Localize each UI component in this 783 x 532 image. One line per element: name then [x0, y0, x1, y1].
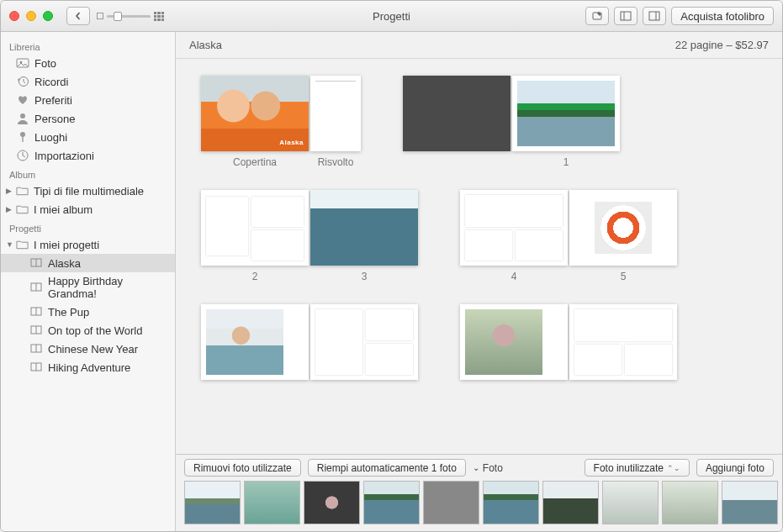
sidebar-item-label: Tipi di file multimediale — [34, 185, 144, 198]
book-pages-scroll[interactable]: Alaska Copertina Risvolto — [176, 59, 782, 454]
cover-title-overlay: Alaska — [279, 139, 304, 146]
spread-0-1[interactable]: 1 — [403, 76, 620, 168]
sidebar-item-label: The Pup — [48, 306, 89, 319]
zoom-slider[interactable] — [97, 12, 164, 21]
tray-photos-toggle[interactable]: ⌄ Foto — [473, 462, 503, 474]
sidebar-project-world[interactable]: On top of the World — [1, 321, 175, 340]
sidebar-item-imports[interactable]: Importazioni — [1, 146, 175, 165]
sidebar-project-alaska[interactable]: Alaska — [1, 254, 175, 272]
page-4[interactable] — [460, 190, 568, 266]
page-label — [403, 156, 511, 168]
tray-thumbnail-strip[interactable] — [176, 481, 782, 531]
buy-book-button[interactable]: Acquista fotolibro — [671, 7, 774, 25]
sidebar-project-pup[interactable]: The Pup — [1, 303, 175, 321]
page-label: 5 — [569, 271, 677, 282]
page-5[interactable] — [569, 190, 677, 266]
tray-thumbnail[interactable] — [722, 481, 778, 524]
tray-thumbnail[interactable] — [304, 481, 360, 524]
titlebar: Progetti Acquista fotolibro — [1, 1, 782, 32]
layout-toggle-button[interactable] — [614, 7, 638, 25]
autofill-button[interactable]: Riempi automaticamente 1 foto — [308, 459, 466, 477]
sidebar: Libreria Foto Ricordi Preferiti Persone … — [1, 32, 176, 531]
spread-6-7[interactable] — [201, 304, 418, 380]
photos-icon — [16, 56, 29, 70]
svg-rect-1 — [621, 12, 631, 20]
sidebar-item-my-albums[interactable]: ▶ I miei album — [1, 200, 175, 219]
book-icon — [29, 324, 43, 337]
sidebar-section-albums: Album — [1, 165, 175, 182]
sidebar-item-people[interactable]: Persone — [1, 109, 175, 128]
spread-2-3[interactable]: 2 3 — [201, 190, 418, 282]
photo-tray: Rimuovi foto utilizzate Riempi automatic… — [176, 454, 782, 531]
back-button[interactable] — [66, 7, 90, 25]
options-panel-button[interactable] — [643, 7, 666, 25]
sidebar-item-my-projects[interactable]: ▼ I miei progetti — [1, 235, 175, 254]
sidebar-item-label: Persone — [34, 113, 75, 125]
book-icon — [29, 342, 43, 356]
disclosure-triangle-icon[interactable]: ▶ — [6, 187, 12, 195]
book-page-count: 22 pagine – $52.97 — [675, 39, 769, 51]
folder-icon — [15, 184, 29, 198]
tray-photos-label: Foto — [483, 462, 503, 474]
disclosure-triangle-icon[interactable]: ▼ — [6, 240, 12, 249]
tray-thumbnail[interactable] — [602, 481, 659, 524]
svg-rect-3 — [649, 12, 659, 20]
sidebar-item-label: On top of the World — [48, 324, 143, 337]
sidebar-item-label: I miei progetti — [34, 239, 99, 251]
page-1[interactable] — [512, 76, 620, 151]
page-cover[interactable]: Alaska — [201, 76, 309, 151]
minimize-window-button[interactable] — [26, 11, 36, 21]
tray-thumbnail[interactable] — [423, 481, 479, 524]
spread-cover[interactable]: Alaska Copertina Risvolto — [201, 76, 361, 168]
person-icon — [16, 112, 29, 125]
tray-thumbnail[interactable] — [542, 481, 599, 524]
tray-thumbnail[interactable] — [363, 481, 420, 524]
sidebar-project-hiking[interactable]: Hiking Adventure — [1, 358, 175, 377]
page-flap[interactable] — [310, 76, 361, 151]
page-2[interactable] — [201, 190, 309, 266]
page-7[interactable] — [310, 304, 418, 380]
tray-thumbnail[interactable] — [244, 481, 300, 524]
sidebar-item-memories[interactable]: Ricordi — [1, 72, 175, 91]
book-icon — [29, 361, 43, 374]
page-3[interactable] — [310, 190, 418, 266]
sidebar-item-favorites[interactable]: Preferiti — [1, 91, 175, 109]
sidebar-section-projects: Progetti — [1, 219, 175, 235]
grid-icon — [154, 12, 164, 21]
sidebar-item-label: Luoghi — [34, 131, 67, 144]
page-9[interactable] — [569, 304, 677, 380]
sidebar-item-photos[interactable]: Foto — [1, 54, 175, 72]
sidebar-item-label: Preferiti — [34, 94, 72, 107]
tray-thumbnail[interactable] — [483, 481, 539, 524]
dropdown-caret-icon: ⌃⌄ — [667, 464, 680, 472]
page-8[interactable] — [460, 304, 568, 380]
book-icon — [29, 281, 43, 294]
autofill-label: Riempi automaticamente 1 foto — [317, 462, 457, 474]
remove-used-photos-button[interactable]: Rimuovi foto utilizzate — [184, 459, 301, 477]
spread-8-9[interactable] — [460, 304, 677, 380]
page-label: 4 — [460, 271, 568, 282]
tray-thumbnail[interactable] — [184, 481, 241, 524]
sidebar-project-cny[interactable]: Chinese New Year — [1, 340, 175, 358]
book-settings-button[interactable] — [585, 7, 609, 25]
sidebar-item-places[interactable]: Luoghi — [1, 128, 175, 146]
sidebar-item-media-types[interactable]: ▶ Tipi di file multimediale — [1, 182, 175, 200]
disclosure-triangle-icon[interactable]: ▶ — [6, 205, 12, 213]
page-label: Risvolto — [310, 156, 361, 168]
sidebar-project-grandma[interactable]: Happy Birthday Grandma! — [1, 272, 175, 303]
clock-back-icon — [16, 75, 29, 88]
spread-4-5[interactable]: 4 5 — [460, 190, 677, 282]
heart-icon — [16, 93, 29, 107]
close-window-button[interactable] — [9, 11, 19, 21]
page-inside-cover[interactable] — [403, 76, 511, 151]
photo-filter-dropdown[interactable]: Foto inutilizzate ⌃⌄ — [585, 459, 690, 477]
book-icon — [29, 256, 43, 270]
add-photos-button[interactable]: Aggiungi foto — [696, 459, 774, 477]
main-content: Alaska 22 pagine – $52.97 Alaska — [176, 32, 782, 531]
sidebar-section-library: Libreria — [1, 37, 175, 54]
page-6[interactable] — [201, 304, 309, 380]
tray-thumbnail[interactable] — [662, 481, 718, 524]
fullscreen-window-button[interactable] — [43, 11, 53, 21]
page-label: Copertina — [201, 156, 309, 168]
folder-icon — [15, 238, 29, 251]
